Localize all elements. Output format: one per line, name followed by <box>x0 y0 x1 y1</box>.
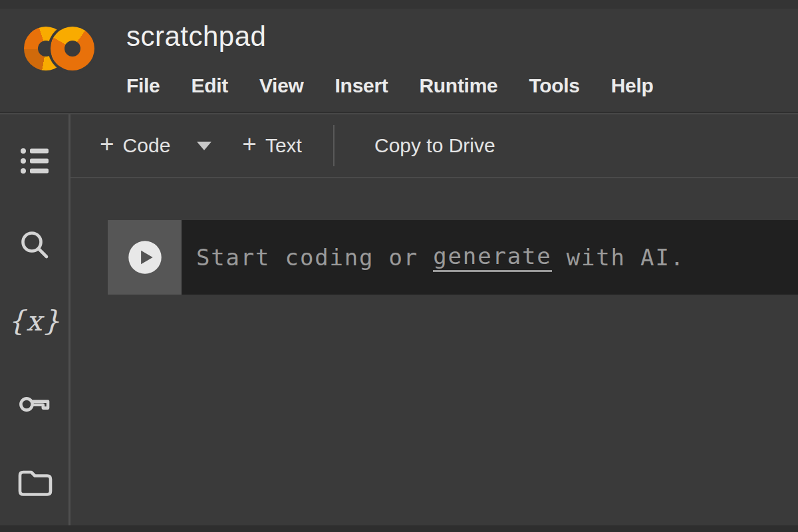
add-code-button[interactable]: + Code <box>100 132 170 160</box>
menu-help[interactable]: Help <box>611 74 654 97</box>
sidebar-item-files[interactable] <box>0 467 68 498</box>
sidebar-item-table-of-contents[interactable] <box>0 146 68 176</box>
secrets-key-icon <box>18 388 51 419</box>
colab-logo[interactable] <box>24 27 94 71</box>
files-folder-icon <box>17 467 53 498</box>
search-icon <box>18 228 51 261</box>
left-sidebar: {x} <box>0 114 70 532</box>
window-bottom-edge <box>0 525 798 532</box>
add-text-label: Text <box>265 134 302 157</box>
table-of-contents-icon <box>18 146 51 176</box>
colab-window: scratchpad File Edit View Insert Runtime… <box>0 0 798 532</box>
menu-insert[interactable]: Insert <box>335 74 388 97</box>
colab-logo-right-ring <box>51 27 94 70</box>
menu-runtime[interactable]: Runtime <box>419 74 497 97</box>
menu-file[interactable]: File <box>126 74 160 97</box>
window-top-edge <box>0 0 798 9</box>
notebook-title[interactable]: scratchpad <box>126 20 266 53</box>
placeholder-prefix: Start coding or <box>196 244 433 271</box>
toolbar-bottom-border <box>70 177 798 178</box>
variables-icon: {x} <box>7 304 61 338</box>
copy-to-drive-label: Copy to Drive <box>374 134 495 157</box>
add-text-button[interactable]: + Text <box>242 132 302 160</box>
sidebar-item-variables[interactable]: {x} <box>0 304 68 338</box>
plus-icon: + <box>242 130 257 158</box>
add-code-label: Code <box>123 134 171 157</box>
menu-edit[interactable]: Edit <box>191 74 227 97</box>
code-cell[interactable]: Start coding or generate with AI. <box>108 220 798 295</box>
plus-icon: + <box>100 130 114 158</box>
sidebar-item-search[interactable] <box>0 228 68 261</box>
run-cell-button[interactable] <box>127 239 163 275</box>
menu-tools[interactable]: Tools <box>529 74 579 97</box>
menubar: File Edit View Insert Runtime Tools Help <box>126 69 653 102</box>
menu-view[interactable]: View <box>259 74 304 97</box>
generate-with-ai-link[interactable]: generate <box>433 243 551 272</box>
sidebar-item-secrets[interactable] <box>0 388 68 419</box>
code-editor[interactable]: Start coding or generate with AI. <box>182 220 798 295</box>
placeholder-suffix: with AI. <box>552 244 685 271</box>
cell-gutter <box>108 220 182 295</box>
copy-to-drive-button[interactable]: Copy to Drive <box>374 134 495 157</box>
toolbar-divider <box>333 125 334 166</box>
cell-toolbar: + Code + Text Copy to Drive <box>70 114 798 177</box>
chevron-down-icon[interactable] <box>197 142 211 150</box>
